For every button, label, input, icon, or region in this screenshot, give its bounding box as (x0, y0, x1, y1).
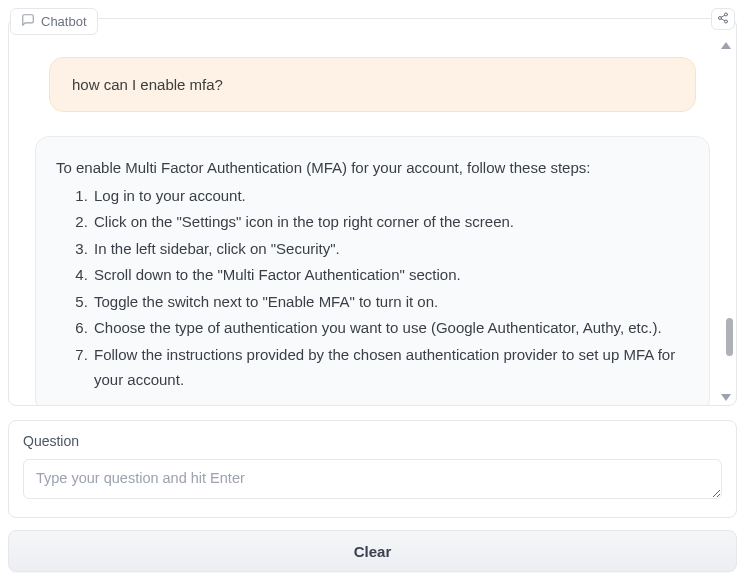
chat-icon (21, 13, 35, 30)
bot-step: Log in to your account. (92, 183, 689, 209)
share-button[interactable] (711, 8, 735, 30)
bot-intro-text: To enable Multi Factor Authentication (M… (56, 155, 689, 181)
question-section: Question (8, 420, 737, 518)
user-message-text: how can I enable mfa? (72, 76, 223, 93)
user-message: how can I enable mfa? (49, 57, 696, 112)
bot-message: To enable Multi Factor Authentication (M… (35, 136, 710, 406)
scroll-down-icon[interactable] (721, 394, 731, 401)
bot-steps-list: Log in to your account. Click on the "Se… (56, 183, 689, 393)
scrollbar-thumb[interactable] (726, 318, 733, 356)
question-label: Question (23, 433, 722, 449)
svg-line-4 (721, 15, 724, 17)
bot-step: Choose the type of authentication you wa… (92, 315, 689, 341)
bot-step: Toggle the switch next to "Enable MFA" t… (92, 289, 689, 315)
bot-step: Click on the "Settings" icon in the top … (92, 209, 689, 235)
chat-container: how can I enable mfa? To enable Multi Fa… (8, 18, 737, 406)
bot-step: Follow the instructions provided by the … (92, 342, 689, 393)
bot-step: Scroll down to the "Multi Factor Authent… (92, 262, 689, 288)
scroll-up-icon[interactable] (721, 42, 731, 49)
chatbot-header-badge: Chatbot (10, 8, 98, 35)
chatbot-header-title: Chatbot (41, 14, 87, 29)
share-icon (717, 10, 729, 28)
svg-line-3 (721, 19, 724, 21)
bot-step: In the left sidebar, click on "Security"… (92, 236, 689, 262)
clear-button[interactable]: Clear (8, 530, 737, 572)
question-input[interactable] (23, 459, 722, 499)
